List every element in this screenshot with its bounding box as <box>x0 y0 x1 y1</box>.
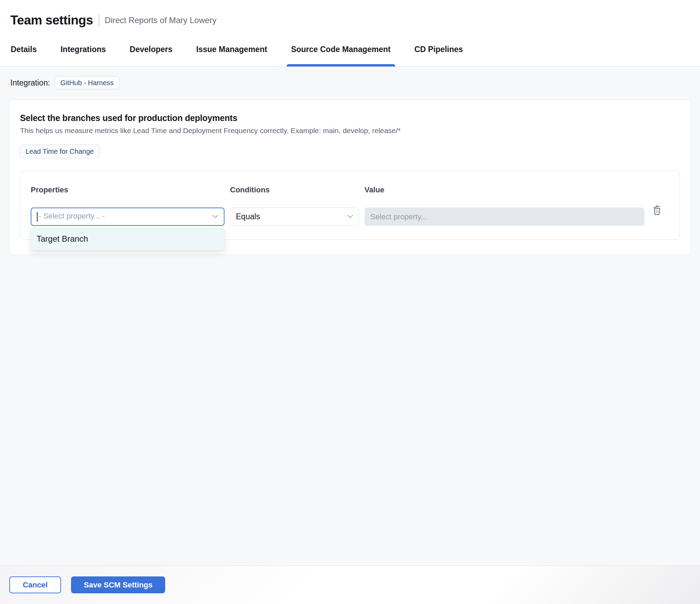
cancel-button[interactable]: Cancel <box>9 576 61 593</box>
property-select-placeholder: - Select property... - <box>37 212 210 221</box>
conditions-label: Conditions <box>230 185 359 194</box>
page-title: Team settings <box>10 13 93 28</box>
text-caret <box>37 212 38 222</box>
card-title: Select the branches used for production … <box>20 113 680 123</box>
integration-row: Integration: GitHub - Harness <box>9 67 691 89</box>
tab-source-code-management[interactable]: Source Code Management <box>287 33 395 66</box>
trash-column <box>644 185 669 217</box>
value-label: Value <box>364 185 644 194</box>
lead-time-chip[interactable]: Lead Time for Change <box>20 144 99 158</box>
property-select[interactable]: - Select property... - <box>31 208 224 226</box>
tab-bar: Details Integrations Developers Issue Ma… <box>0 33 700 67</box>
tab-issue-management[interactable]: Issue Management <box>192 33 272 66</box>
rule-row: Properties - Select property... - Condit… <box>31 185 669 226</box>
value-column: Value <box>364 185 644 226</box>
value-input[interactable] <box>364 208 644 226</box>
tab-details[interactable]: Details <box>6 33 41 66</box>
properties-label: Properties <box>31 185 224 194</box>
title-divider <box>99 14 99 27</box>
property-dropdown: Target Branch <box>31 228 224 250</box>
page-subtitle: Direct Reports of Mary Lowery <box>105 16 217 25</box>
chevron-down-icon <box>347 215 353 219</box>
condition-select-value: Equals <box>236 212 344 221</box>
rule-box: Properties - Select property... - Condit… <box>20 171 680 240</box>
conditions-column: Conditions Equals <box>230 185 359 226</box>
properties-column: Properties - Select property... - <box>31 185 224 226</box>
card-subtitle: This helps us measure metrics like Lead … <box>20 127 680 135</box>
content-area: Integration: GitHub - Harness Select the… <box>0 67 700 565</box>
footer-bar: Cancel Save SCM Settings <box>0 565 700 604</box>
integration-label: Integration: <box>10 78 50 88</box>
tab-developers[interactable]: Developers <box>125 33 177 66</box>
page-header: Team settings Direct Reports of Mary Low… <box>0 0 700 33</box>
condition-select[interactable]: Equals <box>230 208 359 226</box>
tab-cd-pipelines[interactable]: CD Pipelines <box>410 33 468 66</box>
save-scm-settings-button[interactable]: Save SCM Settings <box>71 576 165 593</box>
trash-icon <box>652 205 662 215</box>
delete-rule-button[interactable] <box>651 203 663 217</box>
dropdown-option-target-branch[interactable]: Target Branch <box>31 228 224 250</box>
integration-chip[interactable]: GitHub - Harness <box>55 76 119 89</box>
scm-settings-card: Select the branches used for production … <box>9 100 691 255</box>
chevron-down-icon <box>212 215 218 219</box>
tab-integrations[interactable]: Integrations <box>56 33 110 66</box>
